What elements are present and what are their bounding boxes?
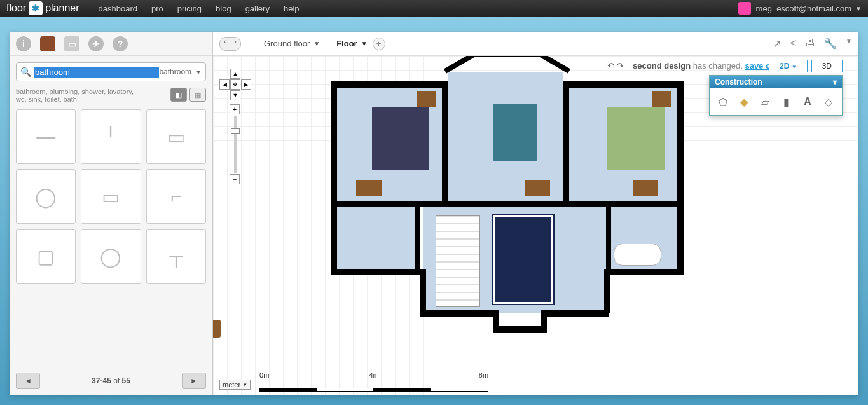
chevron-down-icon[interactable]: ▼ [846,38,852,50]
item-bathtub-oval[interactable]: ◯ [16,169,76,224]
pager-prev-button[interactable]: ◄ [16,373,40,389]
canvas-area: ‹› Ground floor▼ Floor▼ + ➚ < 🖶 🔧 ▼ ↶ ↷ … [213,32,858,395]
nav-pricing[interactable]: pricing [177,4,202,13]
pan-center[interactable]: ✥ [230,79,240,90]
nav-gallery[interactable]: gallery [245,4,270,13]
search-icon: 🔍 [20,67,31,77]
avatar [738,2,751,15]
zoom-thumb[interactable] [231,128,240,134]
search-box: 🔍 bathroom ▼ [16,62,206,81]
top-navbar: floor ✱ planner dashboard pro pricing bl… [0,0,868,17]
item-drain[interactable]: ― [16,109,76,164]
pan-right[interactable]: ▶ [241,79,251,90]
search-filter-dropdown[interactable]: bathroom ▼ [159,67,202,76]
search-tags: bathroom, plumbing, shower, lavatory, wc… [16,88,143,103]
user-menu[interactable]: meg_escott@hotmail.com ▼ [738,2,862,15]
tool-dimension[interactable]: ◇ [821,93,837,110]
nav-help[interactable]: help [284,4,300,13]
item-bathtub-2[interactable]: ▭ [81,169,141,224]
pan-left[interactable]: ◀ [219,79,230,90]
pan-up[interactable]: ▲ [230,69,240,79]
pager: ◄ 37-45 of 55 ► [10,366,212,395]
settings-icon[interactable]: 🔧 [824,38,837,50]
logo-text-right: planner [45,3,79,14]
pan-zoom-controls: ▲ ◀ ✥ ▶ ▼ + − [219,69,251,184]
chevron-down-icon[interactable]: ▾ [833,78,837,86]
view-2d-button[interactable]: 2D ▼ [769,60,808,72]
tool-text[interactable]: A [799,93,815,110]
view-3d-button[interactable]: 3D [811,60,843,72]
globe-icon[interactable]: ✈ [88,36,104,51]
pager-status: 37-45 of 55 [92,376,130,385]
scale-bar: meter▼ 0m 4m 8m [219,378,488,392]
zoom-slider[interactable] [234,116,237,173]
item-shower-head[interactable]: ⌐ [146,169,206,224]
item-sink-pedestal[interactable]: ┬ [146,229,206,284]
info-icon[interactable]: i [16,36,31,51]
add-floor-button[interactable]: + [373,38,385,50]
print-icon[interactable]: 🖶 [805,38,815,50]
tool-surface[interactable]: ▱ [757,93,773,110]
user-email: meg_escott@hotmail.com [756,4,851,13]
item-mirror[interactable]: ▢ [16,229,76,284]
item-urinal[interactable]: ◯ [81,229,141,284]
undo-icon[interactable]: ↶ [607,61,614,71]
chevron-down-icon: ▼ [855,5,862,12]
canvas-toolbar: ‹› Ground floor▼ Floor▼ + ➚ < 🖶 🔧 ▼ [213,32,858,56]
tool-wall[interactable]: ◆ [736,93,752,110]
chevron-down-icon: ▼ [195,69,202,76]
nav-dashboard[interactable]: dashboard [99,4,137,13]
item-shower-fixture[interactable]: ╵ [81,109,141,164]
logo-icon: ✱ [29,1,43,15]
search-input[interactable] [34,67,159,78]
share-icon[interactable]: < [790,38,796,50]
furniture-grid: ― ╵ ▭ ◯ ▭ ⌐ ▢ ◯ ┬ [10,103,212,290]
floorplan-canvas[interactable]: ↶ ↷ second design has changed, save chan… [213,56,858,395]
view-3d-button[interactable]: ◧ [170,88,187,102]
furniture-icon[interactable] [40,36,55,51]
help-icon[interactable]: ? [113,36,128,51]
pager-next-button[interactable]: ► [182,373,206,389]
history-nav[interactable]: ‹› [219,37,241,51]
zoom-in-button[interactable]: + [230,104,240,114]
tool-room[interactable]: ⬠ [715,93,731,110]
view-mode-toggle: 2D ▼ 3D [769,60,843,72]
logo-text-left: floor [6,3,26,14]
ground-floor-dropdown[interactable]: Ground floor▼ [264,39,320,48]
construction-title: Construction [715,78,762,86]
tool-door[interactable]: ▮ [778,93,794,110]
sidebar-toolbar: i ▭ ✈ ? [10,32,212,56]
item-bathtub-1[interactable]: ▭ [146,109,206,164]
redo-icon[interactable]: ↷ [617,61,624,71]
logo[interactable]: floor ✱ planner [6,1,79,15]
view-2d-button[interactable]: ▦ [189,88,206,102]
construction-panel: Construction ▾ ⬠ ◆ ▱ ▮ A ◇ [709,75,843,116]
nav-blog[interactable]: blog [216,4,231,13]
sidebar: i ▭ ✈ ? 🔍 bathroom ▼ bathroom, plumbing,… [10,32,213,395]
pan-down[interactable]: ▼ [230,90,240,100]
media-icon[interactable]: ▭ [64,36,79,51]
unit-dropdown[interactable]: meter▼ [219,380,251,390]
nav-pro[interactable]: pro [151,4,163,13]
floor-dropdown[interactable]: Floor▼ [336,39,367,48]
zoom-out-button[interactable]: − [230,174,240,184]
export-icon[interactable]: ➚ [773,38,782,50]
